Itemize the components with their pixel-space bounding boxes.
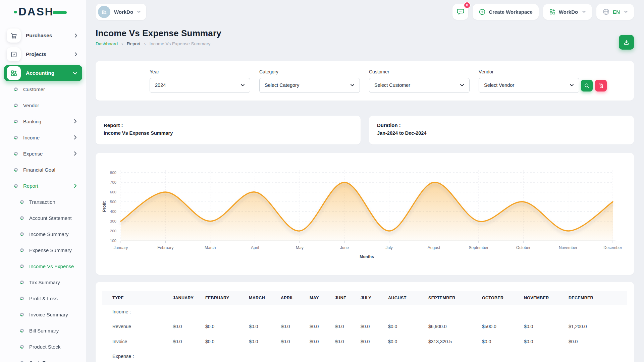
svg-text:600: 600 <box>110 190 116 194</box>
cell-value: $6,900.0 <box>425 319 479 334</box>
donut-icon <box>13 151 18 156</box>
donut-icon <box>19 199 24 204</box>
breadcrumb-dashboard[interactable]: Dashboard <box>96 41 118 46</box>
svg-text:July: July <box>386 245 393 250</box>
sidebar-item-accounting[interactable]: Accounting <box>4 65 82 81</box>
sidebar-item-projects[interactable]: Projects <box>4 46 82 62</box>
sidebar-item-product-stock[interactable]: Product Stock <box>0 339 86 355</box>
workspace-switcher[interactable]: WorkDo <box>96 4 146 20</box>
sidebar-item-bill-summary[interactable]: Bill Summary <box>0 322 86 339</box>
year-select[interactable]: 2024 <box>150 78 250 93</box>
column-header: AUGUST <box>385 291 425 305</box>
category-field: Category Select Category <box>259 69 360 93</box>
svg-text:700: 700 <box>110 180 116 184</box>
sidebar-item-tax-summary[interactable]: Tax Summary <box>0 274 86 290</box>
logo-dash <box>53 11 67 14</box>
chevron-down-icon <box>240 84 245 86</box>
cell-value: $0.0 <box>385 334 425 349</box>
customer-field: Customer Select Customer <box>369 69 470 93</box>
year-label: Year <box>150 69 250 74</box>
sidebar-item-transaction[interactable]: Transaction <box>0 194 86 210</box>
cell-value: $313,320.5 <box>425 334 479 349</box>
sidebar-item-report[interactable]: Report <box>0 178 86 194</box>
report-table-card: TYPE JANUARY FEBRUARY MARCH APRIL MAY JU… <box>96 282 634 362</box>
download-button[interactable] <box>619 35 634 50</box>
chevron-down-icon <box>350 84 355 86</box>
sidebar-item-customer[interactable]: Customer <box>0 81 86 97</box>
language-selector[interactable]: EN <box>596 4 634 20</box>
svg-text:August: August <box>428 245 440 250</box>
sidebar-item-profit-loss[interactable]: Profit & Loss <box>0 290 86 306</box>
donut-icon <box>13 167 18 172</box>
svg-text:May: May <box>296 245 304 250</box>
workspace-menu-button[interactable]: WorkDo <box>543 4 592 20</box>
group-label: Income : <box>102 305 627 319</box>
download-icon <box>623 39 630 46</box>
table-row: Revenue $0.0 $0.0 $0.0 $0.0 $0.0 $0.0 $0… <box>102 319 627 334</box>
cell-value: $0.0 <box>246 334 277 349</box>
sidebar-item-income-vs-expense[interactable]: Income Vs Expense <box>0 258 86 274</box>
sidebar-item-vendor[interactable]: Vendor <box>0 97 86 113</box>
donut-icon <box>19 296 24 301</box>
sidebar-item-expense[interactable]: Expense <box>0 145 86 162</box>
column-header: JANUARY <box>169 291 202 305</box>
cell-value: $0.0 <box>385 319 425 334</box>
sidebar-item-account-statement[interactable]: Account Statement <box>0 210 86 226</box>
logo-dot <box>14 11 17 13</box>
income-vs-expense-table: TYPE JANUARY FEBRUARY MARCH APRIL MAY JU… <box>102 291 627 362</box>
vendor-select[interactable]: Select Vendor <box>479 78 579 93</box>
sidebar-item-cash-flow[interactable]: Cash Flow <box>0 355 86 362</box>
cell-value: $0.0 <box>357 319 385 334</box>
column-header: MAY <box>306 291 331 305</box>
sidebar-item-expense-summary[interactable]: Expense Summary <box>0 242 86 258</box>
breadcrumb: Dashboard › Report › Income Vs Expense S… <box>96 41 634 46</box>
apply-filter-button[interactable] <box>581 80 593 92</box>
chevron-right-icon <box>74 52 77 57</box>
chevron-right-icon <box>74 183 77 188</box>
create-workspace-button[interactable]: Create Workspace <box>473 4 539 20</box>
sidebar-item-financial-goal[interactable]: Financial Goal <box>0 162 86 178</box>
cell-value: $0.0 <box>169 334 202 349</box>
breadcrumb-report[interactable]: Report <box>127 41 141 46</box>
column-header: APRIL <box>277 291 306 305</box>
donut-icon <box>19 232 24 237</box>
sidebar-item-purchases[interactable]: Purchases <box>4 27 82 44</box>
chevron-down-icon <box>73 72 77 75</box>
check-square-icon <box>7 47 21 61</box>
donut-icon <box>19 328 24 333</box>
cell-value: $0.0 <box>479 334 521 349</box>
chevron-right-icon <box>74 151 77 156</box>
column-header: OCTOBER <box>479 291 521 305</box>
logo[interactable]: DASH <box>0 0 86 23</box>
customer-select[interactable]: Select Customer <box>369 78 470 93</box>
svg-text:800: 800 <box>110 171 116 175</box>
filter-card: Year 2024 Category Select Category Custo… <box>96 61 634 101</box>
svg-text:November: November <box>559 245 577 250</box>
chevron-right-icon <box>74 33 77 38</box>
sidebar-item-income[interactable]: Income <box>0 129 86 145</box>
category-select[interactable]: Select Category <box>259 78 360 93</box>
duration-card-title: Duration : <box>377 122 626 128</box>
row-type: Revenue <box>102 319 169 334</box>
reset-filter-button[interactable] <box>595 80 607 92</box>
sidebar-menu: Purchases Projects Accounting Customer V… <box>0 23 86 362</box>
cell-value: $0.0 <box>169 319 202 334</box>
column-header: JULY <box>357 291 385 305</box>
sidebar-item-invoice-summary[interactable]: Invoice Summary <box>0 306 86 322</box>
donut-icon <box>19 216 24 221</box>
sidebar-item-income-summary[interactable]: Income Summary <box>0 226 86 242</box>
cell-value: $1,200.0 <box>565 319 627 334</box>
breadcrumb-current: Income Vs Expense Summary <box>150 41 211 46</box>
messages-button[interactable]: 0 <box>452 4 468 20</box>
cell-value: $0.0 <box>565 334 627 349</box>
cell-value: $0.0 <box>306 319 331 334</box>
summary-cards: Report : Income Vs Expense Summary Durat… <box>96 116 634 144</box>
cell-value: $0.0 <box>277 319 306 334</box>
donut-icon <box>13 183 18 188</box>
sidebar-item-banking[interactable]: Banking <box>0 113 86 129</box>
breadcrumb-separator: › <box>121 41 123 46</box>
group-label: Expense : <box>102 349 627 362</box>
svg-text:February: February <box>157 245 173 250</box>
vendor-field: Vendor Select Vendor <box>479 69 579 93</box>
svg-text:Profit: Profit <box>102 201 107 212</box>
